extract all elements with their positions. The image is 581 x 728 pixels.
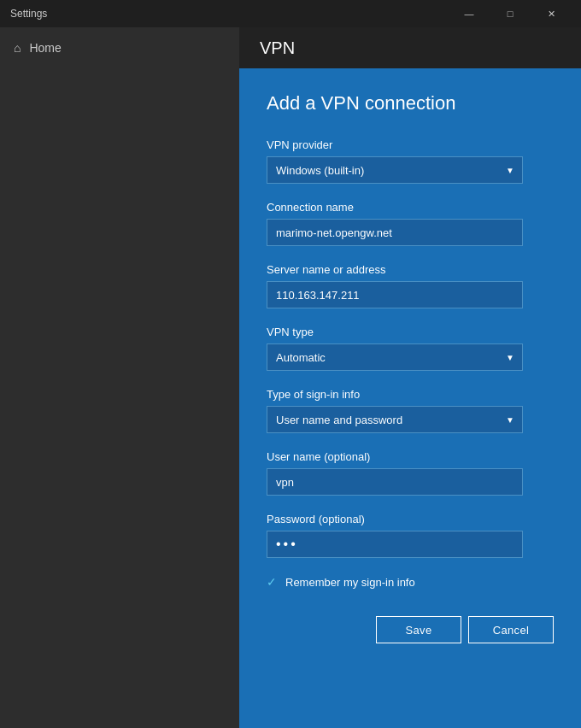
check-icon: ✓ xyxy=(267,575,277,589)
vpn-type-select-wrapper: Automatic ▼ xyxy=(267,343,523,371)
main-layout: Add a VPN connection VPN provider Window… xyxy=(0,68,581,728)
password-label: Password (optional) xyxy=(267,513,554,525)
vpn-provider-select[interactable]: Windows (built-in) xyxy=(267,156,523,184)
close-button[interactable]: ✕ xyxy=(531,0,571,27)
page-title: VPN xyxy=(260,38,295,58)
sidebar xyxy=(0,68,239,728)
nav-page-title-area: VPN xyxy=(239,38,581,58)
signin-type-select-wrapper: User name and password ▼ xyxy=(267,406,523,433)
connection-name-group: Connection name xyxy=(267,201,554,246)
server-address-input[interactable] xyxy=(267,281,523,308)
server-address-group: Server name or address xyxy=(267,263,554,308)
connection-name-input[interactable] xyxy=(267,219,523,246)
titlebar: Settings — □ ✕ xyxy=(0,0,581,27)
vpn-provider-select-wrapper: Windows (built-in) ▼ xyxy=(267,156,523,184)
vpn-type-select[interactable]: Automatic xyxy=(267,343,523,371)
password-input[interactable] xyxy=(267,531,523,558)
server-address-label: Server name or address xyxy=(267,263,554,276)
window-controls: — □ ✕ xyxy=(449,0,571,27)
remember-signin-label: Remember my sign-in info xyxy=(285,576,415,589)
connection-name-label: Connection name xyxy=(267,201,554,214)
maximize-button[interactable]: □ xyxy=(490,0,530,27)
username-input[interactable] xyxy=(267,468,523,496)
vpn-provider-label: VPN provider xyxy=(267,138,554,151)
vpn-type-group: VPN type Automatic ▼ xyxy=(267,326,554,371)
signin-type-select[interactable]: User name and password xyxy=(267,406,523,433)
content-area: Add a VPN connection VPN provider Window… xyxy=(239,68,581,728)
remember-signin-row[interactable]: ✓ Remember my sign-in info xyxy=(267,575,554,589)
app-title: Settings xyxy=(10,8,47,20)
username-group: User name (optional) xyxy=(267,450,554,496)
signin-type-group: Type of sign-in info User name and passw… xyxy=(267,388,554,433)
password-group: Password (optional) xyxy=(267,513,554,558)
home-icon: ⌂ xyxy=(14,41,21,55)
vpn-type-label: VPN type xyxy=(267,326,554,338)
nav-home-label: Home xyxy=(29,41,61,55)
username-label: User name (optional) xyxy=(267,450,554,463)
save-button[interactable]: Save xyxy=(376,616,461,643)
minimize-button[interactable]: — xyxy=(449,0,489,27)
page-heading: Add a VPN connection xyxy=(267,92,554,114)
nav-sidebar: ⌂ Home xyxy=(0,27,239,68)
vpn-provider-group: VPN provider Windows (built-in) ▼ xyxy=(267,138,554,184)
button-row: Save Cancel xyxy=(267,616,554,643)
signin-type-label: Type of sign-in info xyxy=(267,388,554,401)
cancel-button[interactable]: Cancel xyxy=(468,616,554,643)
navbar: ⌂ Home VPN xyxy=(0,27,581,68)
